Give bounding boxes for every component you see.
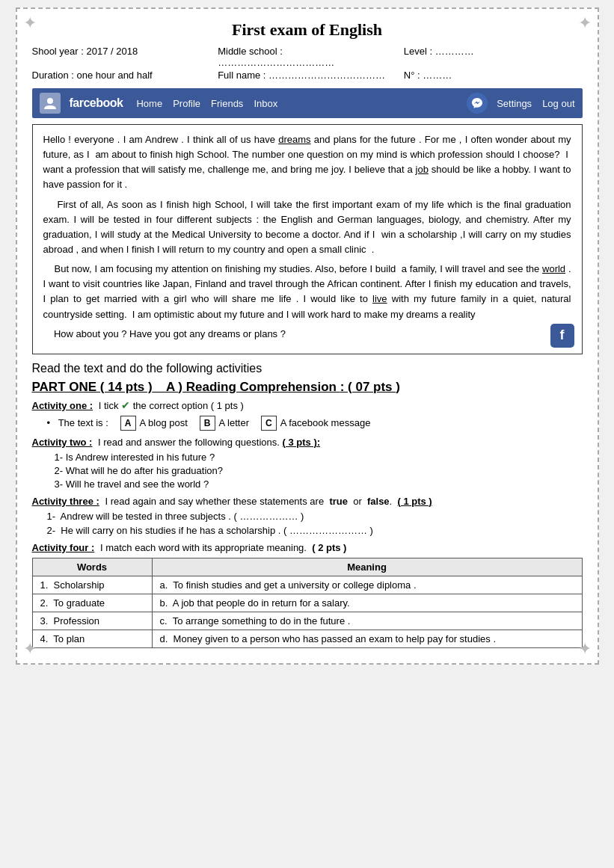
activity-two-pts: ( 3 pts ): (282, 437, 320, 448)
word-4: 4. To plan (32, 630, 152, 647)
facebook-bar: farcebook Home Profile Friends Inbox Set… (32, 88, 583, 118)
statement-1: 1- Andrew will be tested in three subjec… (47, 511, 583, 522)
middle-school: Middle school : ……………………………… (218, 46, 396, 68)
passage-para-4: How about you ? Have you got any dreams … (43, 327, 571, 342)
school-year: Shool year : 2017 / 2018 (32, 46, 211, 68)
fb-nav-friends[interactable]: Friends (211, 98, 243, 109)
corner-decoration-tl: ✦ (23, 15, 37, 31)
activity-three-true: true (329, 496, 348, 507)
exam-page: ✦ ✦ ✦ ✦ First exam of English Shool year… (16, 7, 599, 665)
activity-three-false: false (367, 496, 390, 507)
activity-three-line: Activity three : I read again and say wh… (32, 496, 583, 507)
tick-icon: ✔ (121, 399, 130, 411)
corner-decoration-tr: ✦ (578, 15, 592, 31)
passage-para-2: First of all, As soon as I finish high S… (43, 197, 571, 258)
corner-decoration-br: ✦ (578, 641, 592, 657)
duration: Duration : one hour and half (32, 70, 211, 81)
exam-title: First exam of English (32, 20, 583, 40)
table-row: 1. Scholarship a. To finish studies and … (32, 576, 582, 594)
activity-three-statements: 1- Andrew will be tested in three subjec… (47, 511, 583, 536)
fb-right-nav: Settings Log out (497, 98, 574, 109)
option-b-box: B (200, 416, 215, 431)
header-info: Shool year : 2017 / 2018 Middle school :… (32, 46, 583, 81)
question-1: Is Andrew interested in his future ? (55, 452, 583, 463)
meaning-2: b. A job that people do in return for a … (152, 594, 582, 612)
full-name: Full name : ……………………………… (218, 70, 396, 81)
activity-four-line: Activity four : I match each word with i… (32, 542, 583, 553)
word-1: 1. Scholarship (32, 576, 152, 594)
section-a-label: A ) Reading Comprehension (166, 380, 337, 394)
fb-nav-inbox[interactable]: Inbox (254, 98, 277, 109)
question-3: Will he travel and see the world ? (55, 478, 583, 490)
activity-one-line: Activity one : I tick ✔ the correct opti… (32, 399, 583, 411)
activity-one-instruction2: the correct option ( 1 pts ) (133, 400, 244, 411)
option-a-box: A (120, 416, 136, 431)
section-a-pts: : ( 07 pts ) (340, 380, 400, 394)
option-b[interactable]: B A letter (200, 416, 249, 431)
activity-four-pts: ( 2 pts ) (312, 542, 346, 553)
table-row: 2. To graduate b. A job that people do i… (32, 594, 582, 612)
n-number: N° : ……… (404, 70, 583, 81)
activity-two-questions: Is Andrew interested in his future ? Wha… (55, 452, 583, 490)
word-3: 3. Profession (32, 612, 152, 630)
activity-four-instruction: I match each word with its appropriate m… (100, 542, 307, 553)
level: Level : ………… (404, 46, 583, 68)
option-c-box: C (261, 416, 277, 431)
messenger-icon[interactable] (467, 93, 488, 114)
statement-2: 2- He will carry on his studies if he ha… (47, 525, 583, 536)
activity-two-instruction: I read and answer the following question… (98, 437, 280, 448)
fb-nav-bar: Home Profile Friends Inbox (136, 93, 488, 114)
passage-para-3: But now, I am focusing my attention on f… (43, 262, 571, 322)
word-2: 2. To graduate (32, 594, 152, 612)
corner-decoration-bl: ✦ (23, 641, 37, 657)
option-c-text: A facebook message (280, 417, 371, 428)
meaning-4: d. Money given to a person who has passe… (152, 630, 582, 647)
table-row: 4. To plan d. Money given to a person wh… (32, 630, 582, 647)
option-a[interactable]: A A blog post (120, 416, 188, 431)
fb-nav-profile[interactable]: Profile (173, 98, 200, 109)
options-row: • The text is : A A blog post B A letter… (47, 416, 583, 431)
table-row: 3. Profession c. To arrange something to… (32, 612, 582, 630)
fb-nav-home[interactable]: Home (136, 98, 162, 109)
activity-three-or: or (353, 496, 362, 507)
vocabulary-table: Words Meaning 1. Scholarship a. To finis… (32, 558, 583, 648)
part-one-header: PART ONE ( 14 pts ) A ) Reading Comprehe… (32, 380, 583, 395)
meaning-3: c. To arrange something to do in the fut… (152, 612, 582, 630)
fb-nav-settings[interactable]: Settings (497, 98, 532, 109)
activity-three-pts: ( 1 pts ) (397, 496, 432, 507)
activity-four-label: Activity four : (32, 542, 95, 553)
fb-brand-name: farcebook (70, 96, 123, 110)
activity-two-line: Activity two : I read and answer the fol… (32, 437, 583, 448)
activity-two-label: Activity two : (32, 437, 93, 448)
activity-one-label: Activity one : (32, 400, 93, 411)
fb-nav-logout[interactable]: Log out (542, 98, 574, 109)
fb-avatar-icon (40, 93, 61, 114)
table-header-meaning: Meaning (152, 558, 582, 576)
svg-point-0 (47, 98, 53, 104)
option-b-text: A letter (219, 417, 249, 428)
meaning-1: a. To finish studies and get a universit… (152, 576, 582, 594)
question-2: What will he do after his graduation? (55, 465, 583, 476)
activity-three-label: Activity three : (32, 496, 99, 507)
option-c[interactable]: C A facebook message (261, 416, 370, 431)
fb-corner-icon: f (550, 324, 574, 348)
passage-para-1: Hello ! everyone . I am Andrew . I think… (43, 132, 571, 193)
table-header-words: Words (32, 558, 152, 576)
part-one-label: PART ONE ( 14 pts ) (32, 380, 153, 394)
read-instruction: Read the text and do the following activ… (32, 362, 583, 375)
the-text-label: • The text is : (47, 417, 108, 428)
option-a-text: A blog post (140, 417, 188, 428)
activity-three-instruction: I read again and say whether these state… (105, 496, 324, 507)
passage-box: Hello ! everyone . I am Andrew . I think… (32, 124, 583, 354)
activity-one-instruction: I tick (99, 400, 119, 411)
